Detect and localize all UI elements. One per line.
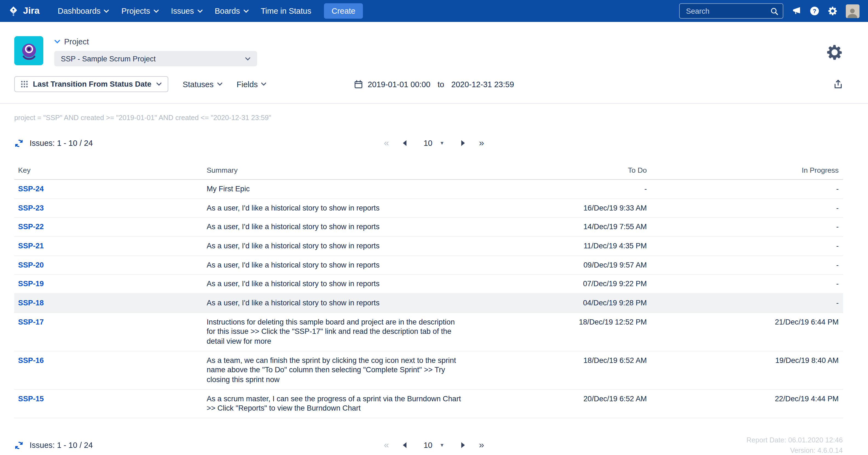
todo-date-cell: 18/Dec/19 6:52 AM bbox=[475, 351, 651, 389]
issue-summary-cell: As a user, I'd like a historical story t… bbox=[203, 275, 475, 293]
table-row: SSP-16 As a team, we can finish the spri… bbox=[14, 351, 843, 390]
top-navbar: Jira Dashboards Projects Issues Boards T… bbox=[0, 0, 868, 22]
export-icon[interactable] bbox=[833, 79, 843, 89]
pager-prev-icon[interactable] bbox=[402, 442, 407, 448]
issue-key-link[interactable]: SSP-15 bbox=[18, 394, 44, 403]
chevron-down-icon bbox=[217, 82, 222, 86]
issue-key-link[interactable]: SSP-21 bbox=[18, 242, 44, 250]
pager-first-icon[interactable]: « bbox=[384, 138, 389, 149]
navbar-right: ? bbox=[679, 3, 859, 19]
gear-icon[interactable] bbox=[828, 6, 837, 16]
issue-summary-cell: As a team, we can finish the sprint by c… bbox=[203, 351, 475, 389]
column-header-inprogress[interactable]: In Progress bbox=[651, 161, 842, 179]
page: Jira Dashboards Projects Issues Boards T… bbox=[0, 0, 868, 455]
pager-last-icon[interactable]: » bbox=[479, 439, 484, 451]
issue-key-cell: SSP-15 bbox=[14, 390, 203, 418]
create-button[interactable]: Create bbox=[324, 3, 363, 19]
issue-key-cell: SSP-17 bbox=[14, 313, 203, 351]
nav-item-projects[interactable]: Projects bbox=[115, 0, 165, 22]
issue-summary-cell: As a scrum master, I can see the progres… bbox=[203, 390, 475, 418]
pager-first-icon[interactable]: « bbox=[384, 439, 389, 451]
pagination-bottom: « 10 ▼ » bbox=[384, 438, 484, 452]
page-size-value: 10 bbox=[424, 441, 432, 450]
table-row: SSP-18 As a user, I'd like a historical … bbox=[14, 294, 843, 313]
column-header-todo[interactable]: To Do bbox=[475, 161, 651, 179]
nav-item-label: Time in Status bbox=[261, 7, 311, 16]
table-row: SSP-21 As a user, I'd like a historical … bbox=[14, 237, 843, 256]
chevron-down-icon: ▼ bbox=[440, 443, 444, 448]
nav-item-dashboards[interactable]: Dashboards bbox=[52, 0, 115, 22]
pager-last-icon[interactable]: » bbox=[479, 138, 484, 149]
fields-label: Fields bbox=[237, 80, 258, 89]
nav-item-time-in-status[interactable]: Time in Status bbox=[255, 0, 317, 22]
refresh-icon[interactable] bbox=[14, 441, 24, 450]
issues-count-text: Issues: 1 - 10 / 24 bbox=[30, 441, 93, 450]
inprogress-date-cell: - bbox=[651, 294, 842, 312]
pagination-top: « 10 ▼ » bbox=[384, 136, 484, 150]
pager-prev-icon[interactable] bbox=[402, 140, 407, 146]
table-row: SSP-24 My First Epic - - bbox=[14, 180, 843, 199]
issue-key-link[interactable]: SSP-20 bbox=[18, 261, 44, 269]
issue-key-link[interactable]: SSP-22 bbox=[18, 223, 44, 231]
date-to: 2020-12-31 23:59 bbox=[452, 80, 514, 89]
nav-item-label: Issues bbox=[171, 7, 194, 16]
todo-date-cell: 09/Dec/19 9:57 AM bbox=[475, 256, 651, 274]
column-header-key[interactable]: Key bbox=[14, 161, 203, 179]
table-header: Key Summary To Do In Progress bbox=[14, 161, 843, 180]
refresh-icon[interactable] bbox=[14, 139, 24, 148]
issue-summary-cell: My First Epic bbox=[203, 180, 475, 198]
report-type-button[interactable]: Last Transition From Status Date bbox=[14, 76, 168, 92]
nav-item-boards[interactable]: Boards bbox=[209, 0, 255, 22]
issue-summary-cell: As a user, I'd like a historical story t… bbox=[203, 199, 475, 217]
inprogress-date-cell: 22/Dec/19 4:44 PM bbox=[651, 390, 842, 418]
date-from: 2019-01-01 00:00 bbox=[368, 80, 430, 89]
table-body: SSP-24 My First Epic - - SSP-23 As a use… bbox=[14, 180, 843, 418]
fields-dropdown[interactable]: Fields bbox=[237, 80, 267, 89]
table-row: SSP-20 As a user, I'd like a historical … bbox=[14, 256, 843, 275]
project-select[interactable]: SSP - Sample Scrum Project bbox=[54, 51, 257, 66]
issue-key-cell: SSP-19 bbox=[14, 275, 203, 293]
issue-key-link[interactable]: SSP-18 bbox=[18, 299, 44, 307]
search-icon[interactable] bbox=[770, 7, 778, 15]
help-icon[interactable]: ? bbox=[809, 6, 819, 16]
todo-date-cell: 11/Dec/19 4:35 PM bbox=[475, 237, 651, 255]
table-row: SSP-23 As a user, I'd like a historical … bbox=[14, 199, 843, 218]
chevron-down-icon bbox=[245, 57, 250, 61]
issue-key-link[interactable]: SSP-24 bbox=[18, 185, 44, 193]
chevron-down-icon bbox=[156, 82, 162, 86]
issue-summary-cell: As a user, I'd like a historical story t… bbox=[203, 237, 475, 255]
project-label[interactable]: Project bbox=[54, 37, 257, 46]
issues-bar-top: Issues: 1 - 10 / 24 « 10 ▼ » bbox=[0, 133, 868, 153]
svg-text:?: ? bbox=[812, 8, 816, 14]
nav-item-label: Dashboards bbox=[58, 7, 101, 16]
inprogress-date-cell: 19/Dec/19 8:40 AM bbox=[651, 351, 842, 389]
column-header-summary[interactable]: Summary bbox=[203, 161, 475, 179]
issue-summary-cell: Instructions for deleting this sample bo… bbox=[203, 313, 475, 351]
pager-next-icon[interactable] bbox=[461, 140, 466, 146]
issue-summary-cell: As a user, I'd like a historical story t… bbox=[203, 294, 475, 312]
issue-key-cell: SSP-23 bbox=[14, 199, 203, 217]
issue-key-link[interactable]: SSP-19 bbox=[18, 280, 44, 288]
nav-item-label: Boards bbox=[215, 7, 240, 16]
jira-home-link[interactable]: Jira bbox=[8, 5, 40, 17]
issue-key-link[interactable]: SSP-16 bbox=[18, 356, 44, 364]
search-input[interactable] bbox=[685, 6, 756, 16]
report-toolbar: Last Transition From Status Date Statuse… bbox=[0, 71, 868, 103]
user-avatar[interactable] bbox=[845, 4, 859, 18]
page-size-select[interactable]: 10 ▼ bbox=[420, 438, 447, 452]
issue-key-link[interactable]: SSP-17 bbox=[18, 318, 44, 326]
issues-table: Key Summary To Do In Progress SSP-24 My … bbox=[14, 161, 843, 418]
inprogress-date-cell: - bbox=[651, 275, 842, 293]
chevron-down-icon bbox=[104, 9, 110, 13]
date-range-picker[interactable]: 2019-01-01 00:00 to 2020-12-31 23:59 bbox=[354, 80, 514, 89]
page-size-select[interactable]: 10 ▼ bbox=[420, 136, 447, 150]
global-search bbox=[679, 3, 783, 19]
pager-next-icon[interactable] bbox=[461, 442, 466, 448]
issue-key-link[interactable]: SSP-23 bbox=[18, 204, 44, 212]
nav-item-issues[interactable]: Issues bbox=[165, 0, 209, 22]
statuses-dropdown[interactable]: Statuses bbox=[183, 80, 222, 89]
issues-count-text: Issues: 1 - 10 / 24 bbox=[30, 139, 93, 148]
jql-query-text: project = "SSP" AND created >= "2019-01-… bbox=[14, 114, 854, 122]
report-settings-gear-icon[interactable] bbox=[826, 44, 843, 63]
feedback-megaphone-icon[interactable] bbox=[791, 6, 801, 16]
